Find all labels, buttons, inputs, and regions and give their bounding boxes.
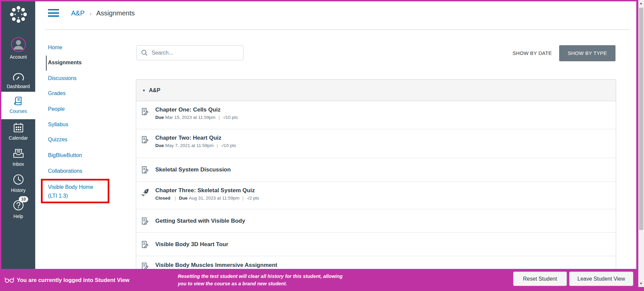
assignment-title: Chapter One: Cells Quiz	[155, 106, 616, 113]
show-by-date-button[interactable]: SHOW BY DATE	[507, 45, 557, 61]
global-nav-sidebar: Account Dashboard Courses Calendar	[1, 1, 35, 269]
course-nav-syllabus[interactable]: Syllabus	[48, 122, 68, 128]
meta-separator: |	[243, 196, 244, 201]
assignment-row[interactable]: Chapter Three: Skeletal System Quiz Clos…	[136, 182, 616, 209]
dashboard-gauge-icon	[12, 72, 24, 82]
points: -/2 pts	[247, 196, 259, 201]
sidebar-item-label: History	[1, 188, 35, 193]
sidebar-item-help[interactable]: 10 Help	[1, 199, 35, 220]
breadcrumb-current-page: Assignments	[96, 9, 135, 17]
canvas-logo-icon	[9, 5, 28, 24]
assignment-meta: Closed|DueAug 31, 2023 at 11:59pm|-/2 pt…	[155, 196, 616, 201]
scrollbar-down-arrow-icon[interactable]	[640, 283, 642, 285]
student-view-message: You are currently logged into Student Vi…	[17, 269, 129, 291]
course-nav-quizzes[interactable]: Quizzes	[48, 137, 67, 143]
assignment-icon	[141, 240, 149, 248]
assignment-title: Chapter Three: Skeletal System Quiz	[155, 187, 616, 194]
due-label: Due	[155, 115, 164, 120]
header-divider	[45, 29, 630, 30]
assignment-icon	[141, 107, 149, 116]
breadcrumb: A&P › Assignments	[71, 8, 135, 18]
assignment-row[interactable]: Chapter One: Cells Quiz DueMar 15, 2023 …	[136, 101, 616, 129]
caret-down-icon[interactable]: ▾	[143, 88, 145, 93]
assignment-group-header[interactable]: ▾ A&P	[136, 80, 616, 101]
assignment-meta: DueMar 15, 2023 at 11:59pm|-/10 pts	[155, 115, 616, 120]
help-badge: 10	[19, 196, 28, 202]
search-input[interactable]	[152, 50, 235, 56]
assignment-row[interactable]: Visible Body Muscles Immersive Assignmen…	[136, 256, 616, 270]
assignment-icon	[141, 262, 149, 270]
course-nav-bigbluebutton[interactable]: BigBlueButton	[48, 152, 82, 158]
assignment-search	[136, 45, 244, 60]
closed-label: Closed	[155, 196, 170, 201]
assignment-row[interactable]: Chapter Two: Heart Quiz DueMay 7, 2021 a…	[136, 129, 616, 158]
active-nav-indicator	[46, 56, 47, 71]
vertical-scrollbar[interactable]	[638, 0, 644, 287]
assignment-title: Skeletal System Discussion	[155, 166, 231, 173]
due-date: Mar 15, 2023 at 11:59pm	[165, 115, 216, 120]
student-view-border-top	[0, 0, 638, 1]
sidebar-item-inbox[interactable]: Inbox	[1, 148, 35, 168]
course-nav-collaborations[interactable]: Collaborations	[48, 168, 82, 174]
course-nav-grades[interactable]: Grades	[48, 90, 65, 96]
rocket-quiz-icon	[141, 188, 150, 197]
show-by-type-button[interactable]: SHOW BY TYPE	[559, 45, 615, 61]
assignment-icon	[141, 217, 149, 225]
history-clock-icon	[12, 173, 24, 186]
canvas-logo[interactable]	[1, 5, 35, 27]
assignment-row[interactable]: Skeletal System Discussion	[136, 158, 616, 182]
calendar-icon	[13, 122, 24, 133]
sidebar-item-label: Courses	[1, 108, 35, 114]
points: -/10 pts	[221, 143, 236, 148]
leave-student-view-button[interactable]: Leave Student View	[569, 272, 633, 286]
meta-separator: |	[217, 143, 218, 148]
sidebar-item-label: Inbox	[1, 161, 35, 167]
hamburger-menu-button[interactable]	[48, 9, 59, 17]
assignment-row[interactable]: Getting Started with Visible Body	[136, 209, 616, 233]
sidebar-item-label: Dashboard	[1, 84, 35, 89]
sidebar-item-courses[interactable]: Courses	[1, 92, 35, 119]
due-date: May 7, 2021 at 11:59pm	[165, 143, 214, 148]
course-nav-people[interactable]: People	[48, 106, 65, 112]
sidebar-item-history[interactable]: History	[1, 173, 35, 194]
due-date: Aug 31, 2023 at 11:59pm	[189, 196, 239, 201]
assignment-row[interactable]: Visible Body 3D Heart Tour	[136, 233, 616, 256]
assignment-icon	[141, 166, 149, 174]
due-label: Due	[179, 196, 188, 201]
sidebar-item-calendar[interactable]: Calendar	[1, 122, 35, 142]
assignment-meta: DueMay 7, 2021 at 11:59pm|-/10 pts	[155, 143, 616, 148]
assignment-title: Visible Body Muscles Immersive Assignmen…	[155, 262, 277, 269]
assignment-icon	[141, 136, 149, 144]
student-view-info-text: Resetting the test student will clear al…	[178, 273, 347, 287]
breadcrumb-course-link[interactable]: A&P	[71, 9, 85, 17]
scrollbar-thumb[interactable]	[639, 8, 643, 230]
breadcrumb-separator: ›	[90, 11, 91, 16]
assignment-group-title: A&P	[149, 87, 160, 93]
sidebar-item-label: Calendar	[1, 135, 35, 141]
course-nav-assignments[interactable]: Assignments	[48, 60, 82, 66]
scrollbar-up-arrow-icon[interactable]	[640, 2, 642, 4]
sidebar-item-account[interactable]: Account	[1, 37, 35, 64]
assignment-title: Getting Started with Visible Body	[155, 218, 245, 224]
assignment-title: Visible Body 3D Heart Tour	[155, 241, 228, 248]
course-nav-visible-body-home[interactable]: Visible Body Home (LTI 1.3)	[48, 183, 102, 200]
glasses-icon	[4, 276, 14, 284]
course-nav-home[interactable]: Home	[48, 45, 62, 51]
reset-student-button[interactable]: Reset Student	[513, 272, 567, 286]
meta-separator: |	[175, 196, 176, 201]
account-avatar-icon	[11, 37, 26, 52]
inbox-icon	[12, 148, 24, 159]
meta-separator: |	[218, 115, 220, 120]
sidebar-item-label: Account	[1, 54, 35, 60]
sidebar-item-dashboard[interactable]: Dashboard	[1, 72, 35, 90]
sidebar-item-label: Help	[1, 214, 35, 219]
assignment-list: ▾ A&P Chapter One: Cells Quiz DueMar 15,…	[136, 79, 616, 270]
courses-book-icon	[13, 96, 24, 106]
course-nav-discussions[interactable]: Discussions	[48, 75, 76, 81]
search-icon	[141, 50, 148, 56]
points: -/10 pts	[223, 115, 238, 120]
due-label: Due	[155, 143, 164, 148]
assignment-title: Chapter Two: Heart Quiz	[155, 135, 616, 141]
